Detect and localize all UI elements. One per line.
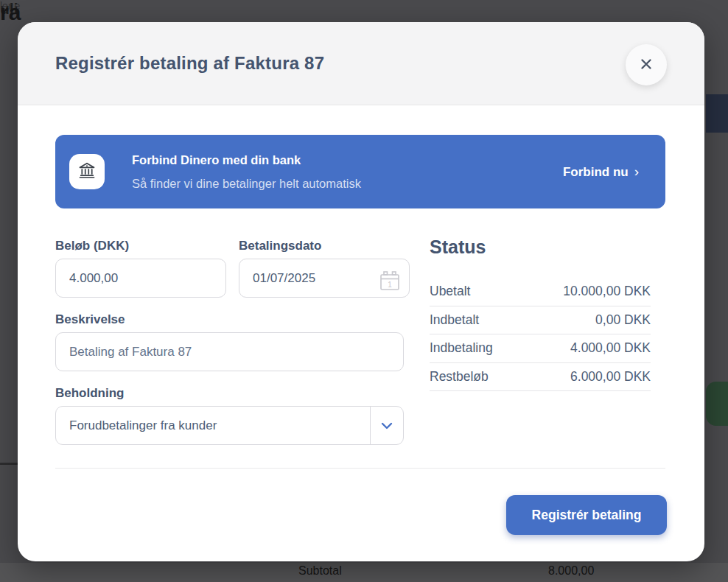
close-button[interactable] <box>626 44 667 85</box>
account-select-arrow-zone[interactable] <box>370 407 403 444</box>
status-table: Ubetalt 10.000,00 DKK Indbetalt 0,00 DKK… <box>430 278 651 391</box>
payment-date-label: Betalingsdato <box>239 239 321 253</box>
bank-connect-banner[interactable]: Forbind Dinero med din bank Så finder vi… <box>55 135 665 208</box>
background-heading-fragment: ra <box>0 0 21 25</box>
status-row-payment: Indbetaling 4.000,00 DKK <box>430 334 651 363</box>
status-row-remaining: Restbeløb 6.000,00 DKK <box>430 363 651 392</box>
background-divider <box>0 463 18 465</box>
background-subtotal-label: Subtotal <box>298 564 342 578</box>
screen: uli ler e ra Subtotal 8.000,00 Registrér… <box>0 0 728 582</box>
connect-now-link[interactable]: Forbind nu› <box>563 164 639 180</box>
bank-icon <box>77 161 97 183</box>
amount-input[interactable] <box>55 259 226 298</box>
background-navy-block <box>706 94 728 133</box>
payment-date-input[interactable] <box>239 259 410 298</box>
account-select-value: Forudbetalinger fra kunder <box>56 418 370 433</box>
banner-texts: Forbind Dinero med din bank Så finder vi… <box>132 153 563 191</box>
banner-subtitle: Så finder vi dine betalinger helt automa… <box>132 177 563 191</box>
status-row-unpaid: Ubetalt 10.000,00 DKK <box>430 278 651 306</box>
background-subtotal-value: 8.000,00 <box>548 564 594 578</box>
description-input[interactable] <box>55 332 404 371</box>
dialog-header: Registrér betaling af Faktura 87 <box>18 22 704 105</box>
account-select[interactable]: Forudbetalinger fra kunder <box>55 406 404 445</box>
background-green-button-fragment <box>706 382 728 426</box>
banner-title: Forbind Dinero med din bank <box>132 153 563 167</box>
close-icon <box>639 57 654 74</box>
bank-icon-box <box>69 154 105 189</box>
register-payment-button[interactable]: Registrér betaling <box>506 495 667 535</box>
chevron-right-icon: › <box>634 164 639 179</box>
status-row-paid: Indbetalt 0,00 DKK <box>430 306 651 335</box>
amount-label: Beløb (DKK) <box>55 239 129 253</box>
account-label: Beholdning <box>55 386 124 401</box>
dialog-title: Registrér betaling af Faktura 87 <box>55 53 324 74</box>
chevron-down-icon <box>381 419 393 432</box>
background-bottom-band <box>0 563 728 582</box>
status-heading: Status <box>430 236 486 258</box>
description-label: Beskrivelse <box>55 312 125 327</box>
footer-divider <box>55 468 665 469</box>
register-payment-dialog: Registrér betaling af Faktura 87 <box>18 22 704 561</box>
